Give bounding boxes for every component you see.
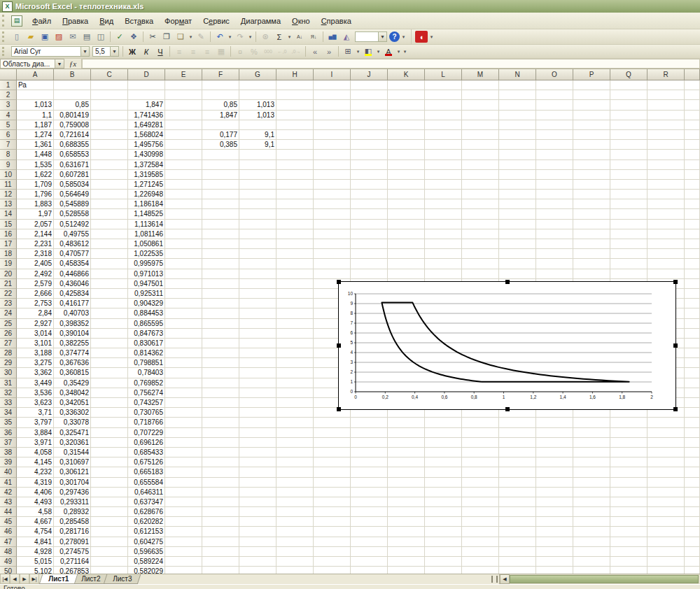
cell-J49[interactable] bbox=[351, 557, 388, 567]
decrease-indent-icon[interactable]: « bbox=[309, 45, 321, 57]
cell-C50[interactable] bbox=[91, 567, 128, 574]
cell-G17[interactable] bbox=[239, 239, 276, 249]
column-header-E[interactable]: E bbox=[165, 69, 202, 80]
cell-O36[interactable] bbox=[536, 428, 573, 438]
cell-R18[interactable] bbox=[648, 249, 685, 259]
cell-Q47[interactable] bbox=[610, 537, 648, 547]
row-header-26[interactable]: 26 bbox=[0, 329, 17, 339]
cell-R40[interactable] bbox=[648, 467, 685, 477]
cell-partial-12[interactable] bbox=[685, 190, 700, 199]
cell-C39[interactable] bbox=[91, 457, 128, 467]
cell-J43[interactable] bbox=[351, 497, 388, 507]
cell-A42[interactable]: 4,406 bbox=[17, 488, 54, 497]
cell-D28[interactable]: 0,814362 bbox=[128, 348, 165, 358]
cell-partial-45[interactable] bbox=[685, 517, 700, 527]
cell-E1[interactable] bbox=[165, 80, 202, 90]
cell-J5[interactable] bbox=[351, 120, 388, 130]
cell-H25[interactable] bbox=[276, 319, 314, 329]
cell-G9[interactable] bbox=[239, 160, 276, 170]
sheet-tab-лист1[interactable]: Лист1 bbox=[39, 574, 78, 584]
cell-D23[interactable]: 0,904329 bbox=[128, 299, 165, 308]
cell-O6[interactable] bbox=[536, 130, 573, 140]
cell-H49[interactable] bbox=[276, 557, 314, 567]
row-header-42[interactable]: 42 bbox=[0, 488, 17, 497]
cell-Q46[interactable] bbox=[610, 527, 648, 537]
row-header-46[interactable]: 46 bbox=[0, 527, 17, 537]
font-size-combo-dropdown-icon[interactable]: ▼ bbox=[110, 47, 118, 56]
cell-N1[interactable] bbox=[499, 80, 536, 90]
cell-O41[interactable] bbox=[536, 478, 573, 488]
cell-D11[interactable]: 1,271245 bbox=[128, 180, 165, 190]
cell-N44[interactable] bbox=[499, 507, 536, 517]
cell-R37[interactable] bbox=[648, 438, 685, 448]
cell-N46[interactable] bbox=[499, 527, 536, 537]
cell-P20[interactable] bbox=[573, 269, 610, 279]
cell-E30[interactable] bbox=[165, 368, 202, 378]
cell-G32[interactable] bbox=[239, 388, 276, 398]
cell-I8[interactable] bbox=[314, 150, 351, 159]
cell-M36[interactable] bbox=[462, 428, 499, 438]
cell-P3[interactable] bbox=[573, 100, 610, 110]
cell-H41[interactable] bbox=[276, 478, 314, 488]
cell-A34[interactable]: 3,71 bbox=[17, 408, 54, 418]
cell-E11[interactable] bbox=[165, 180, 202, 190]
cell-O50[interactable] bbox=[536, 567, 573, 574]
cell-J48[interactable] bbox=[351, 547, 388, 557]
cell-G47[interactable] bbox=[239, 537, 276, 547]
cell-M6[interactable] bbox=[462, 130, 499, 140]
cell-J6[interactable] bbox=[351, 130, 388, 140]
cell-G13[interactable] bbox=[239, 199, 276, 209]
cell-N45[interactable] bbox=[499, 517, 536, 527]
cell-L1[interactable] bbox=[425, 80, 462, 90]
cell-D49[interactable]: 0,589224 bbox=[128, 557, 165, 567]
cell-partial-47[interactable] bbox=[685, 537, 700, 547]
column-header-F[interactable]: F bbox=[202, 69, 239, 80]
underline-icon[interactable]: Ч bbox=[154, 45, 167, 57]
cell-L12[interactable] bbox=[425, 190, 462, 199]
cell-K49[interactable] bbox=[388, 557, 425, 567]
cell-P18[interactable] bbox=[573, 249, 610, 259]
cell-O8[interactable] bbox=[536, 150, 573, 159]
cell-D33[interactable]: 0,743257 bbox=[128, 398, 165, 408]
cell-E3[interactable] bbox=[165, 100, 202, 110]
cell-E26[interactable] bbox=[165, 329, 202, 339]
cell-M38[interactable] bbox=[462, 448, 499, 457]
cell-H40[interactable] bbox=[276, 467, 314, 477]
cell-A33[interactable]: 3,623 bbox=[17, 398, 54, 408]
cell-O3[interactable] bbox=[536, 100, 573, 110]
cell-R1[interactable] bbox=[648, 80, 685, 90]
cell-Q20[interactable] bbox=[610, 269, 648, 279]
cell-R49[interactable] bbox=[648, 557, 685, 567]
cell-F33[interactable] bbox=[202, 398, 239, 408]
cell-P16[interactable] bbox=[573, 229, 610, 239]
selection-handle[interactable] bbox=[505, 407, 510, 411]
toolbar-grip[interactable] bbox=[2, 31, 8, 42]
cell-P35[interactable] bbox=[573, 418, 610, 427]
cell-K38[interactable] bbox=[388, 448, 425, 457]
row-header-35[interactable]: 35 bbox=[0, 418, 17, 427]
toolbar-grip[interactable] bbox=[2, 15, 8, 26]
cell-partial-44[interactable] bbox=[685, 507, 700, 517]
cell-H3[interactable] bbox=[276, 100, 314, 110]
cell-Q18[interactable] bbox=[610, 249, 648, 259]
cell-E38[interactable] bbox=[165, 448, 202, 457]
cell-D47[interactable]: 0,604275 bbox=[128, 537, 165, 547]
selection-handle[interactable] bbox=[673, 280, 678, 284]
cell-P46[interactable] bbox=[573, 527, 610, 537]
cell-F31[interactable] bbox=[202, 378, 239, 388]
cell-A25[interactable]: 2,927 bbox=[17, 319, 54, 329]
cell-R16[interactable] bbox=[648, 229, 685, 239]
row-header-15[interactable]: 15 bbox=[0, 220, 17, 229]
cell-C48[interactable] bbox=[91, 547, 128, 557]
cell-K20[interactable] bbox=[388, 269, 425, 279]
toolbar-options-icon[interactable]: ▾ bbox=[400, 31, 407, 43]
cell-partial-16[interactable] bbox=[685, 229, 700, 239]
cell-partial-31[interactable] bbox=[685, 378, 700, 388]
cell-D25[interactable]: 0,865595 bbox=[128, 319, 165, 329]
previous-sheet-button[interactable]: ◀ bbox=[10, 574, 20, 584]
cell-H37[interactable] bbox=[276, 438, 314, 448]
cell-H15[interactable] bbox=[276, 220, 314, 229]
cell-J19[interactable] bbox=[351, 259, 388, 269]
cell-O4[interactable] bbox=[536, 111, 573, 120]
cell-partial-8[interactable] bbox=[685, 150, 700, 159]
